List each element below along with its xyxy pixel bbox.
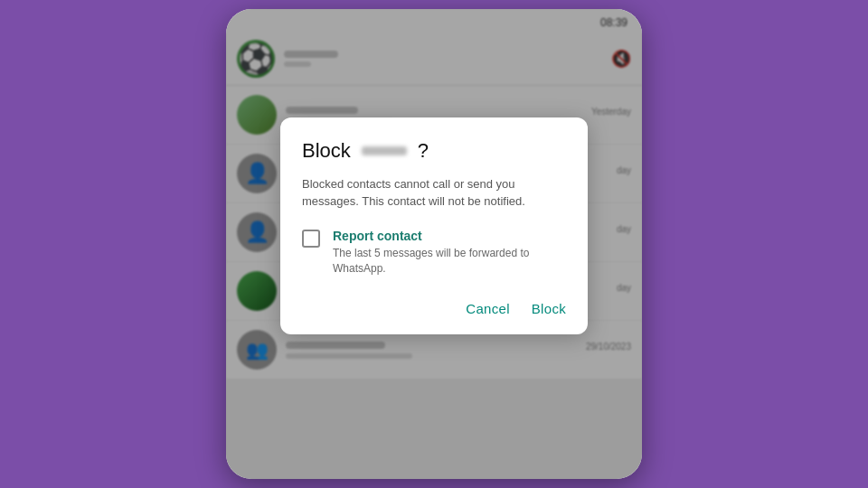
dialog-description: Blocked contacts cannot call or send you… (302, 175, 566, 211)
contact-name-blurred (362, 146, 407, 155)
dialog-overlay: Block ? Blocked contacts cannot call or … (226, 9, 642, 479)
dialog-actions: Cancel Block (302, 297, 566, 320)
dialog-title: Block ? (302, 139, 566, 163)
block-title-word: Block (302, 139, 351, 163)
report-checkbox[interactable] (302, 230, 320, 248)
block-dialog: Block ? Blocked contacts cannot call or … (280, 117, 588, 335)
report-sub: The last 5 messages will be forwarded to… (333, 246, 566, 277)
report-text: Report contact The last 5 messages will … (333, 229, 566, 277)
title-suffix: ? (418, 139, 429, 163)
block-button[interactable]: Block (532, 297, 566, 320)
cancel-button[interactable]: Cancel (466, 297, 510, 320)
phone-container: 08:39 🔇 Yesterday (226, 9, 642, 479)
report-label: Report contact (333, 229, 566, 243)
report-row: Report contact The last 5 messages will … (302, 229, 566, 277)
